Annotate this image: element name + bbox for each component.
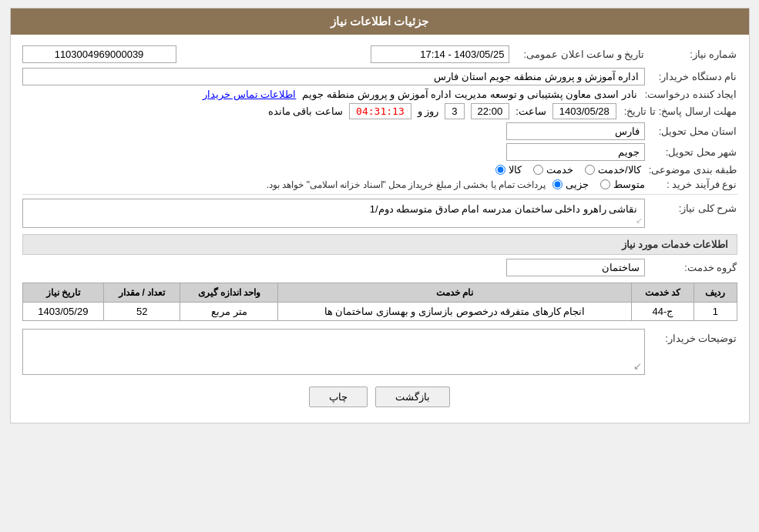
col-row-num: ردیف [694,283,737,303]
city-content: جویم [22,143,645,161]
type-khadamat-label: خدمت [546,164,573,176]
comment-resize-icon: ↙ [633,360,642,372]
remaining-time: 04:31:13 [349,103,411,119]
content-area: شماره نیاز: تاریخ و ساعت اعلان عمومی: 14… [11,35,749,423]
creator-link[interactable]: اطلاعات تماس خریدار [203,89,296,100]
services-table-header-row: ردیف کد خدمت نام خدمت واحد اندازه گیری ت… [22,283,737,303]
purchase-mottavaset-radio[interactable] [600,179,610,189]
col-service-name: نام خدمت [278,283,631,303]
services-table-head: ردیف کد خدمت نام خدمت واحد اندازه گیری ت… [22,283,737,303]
row-creator: ایجاد کننده درخواست: نادر اسدی معاون پشت… [22,89,737,100]
row-deadline: مهلت ارسال پاسخ: تا تاریخ: 1403/05/28 سا… [22,103,737,119]
row-service-group: گروه خدمت: ساختمان [22,259,737,276]
cell-unit: متر مربع [180,303,278,321]
page-title: جزئیات اطلاعات نیاز [331,15,428,28]
print-button[interactable]: چاپ [309,386,368,407]
cell-code: ج-44 [631,303,694,321]
purchase-jezyi-radio[interactable] [552,179,563,189]
type-kala-label: کالا [509,164,522,176]
deadline-days-label: روز و [418,105,439,117]
description-content: نقاشی راهرو داخلی ساختمان مدرسه امام صاد… [22,199,645,228]
cell-row-num: 1 [694,303,737,321]
services-section-header: اطلاعات خدمات مورد نیاز [22,234,737,255]
purchase-jezyi-label: جزیی [566,179,589,190]
col-date: تاریخ نیاز [22,283,104,303]
row-need-number: شماره نیاز: تاریخ و ساعت اعلان عمومی: 14… [22,45,737,63]
description-value: نقاشی راهرو داخلی ساختمان مدرسه امام صاد… [370,203,638,215]
buyer-comments-content: ↙ [22,329,645,375]
need-number-label: شماره نیاز: [645,49,737,60]
type-khadamat-item: خدمت [533,164,573,176]
need-number-content: تاریخ و ساعت اعلان عمومی: 1403/05/25 - 1… [22,45,645,63]
buyer-comments-label: توضیحات خریدار: [645,333,737,344]
divider-1 [22,194,737,195]
city-value: جویم [506,143,645,161]
table-row: 1 ج-44 انجام کارهای متفرقه درخصوص بازساز… [22,303,737,321]
service-group-label: گروه خدمت: [645,262,737,273]
row-province: استان محل تحویل: فارس [22,122,737,140]
cell-quantity: 52 [104,303,180,321]
deadline-date: 1403/05/28 [552,103,616,119]
row-buyer-org: نام دستگاه خریدار: اداره آموزش و پرورش م… [22,68,737,85]
page-header: جزئیات اطلاعات نیاز [11,8,749,35]
remaining-label: ساعت باقی مانده [268,105,343,117]
purchase-type-content: متوسط جزیی پرداخت تمام یا بخشی از مبلغ خ… [22,179,645,190]
type-kala-item: کالا [495,164,522,176]
row-purchase-type: نوع فرآیند خرید : متوسط جزیی پرداخت تمام… [22,179,737,190]
description-label: شرح کلی نیاز: [645,202,737,214]
province-label: استان محل تحویل: [645,125,737,137]
description-resize-icon: ↙ [636,216,643,226]
purchase-type-label: نوع فرآیند خرید : [645,179,737,190]
deadline-time-label: ساعت: [516,105,546,117]
row-classification: طبقه بندی موضوعی: کالا/خدمت خدمت کالا [22,164,737,176]
main-container: جزئیات اطلاعات نیاز شماره نیاز: تاریخ و … [10,8,750,423]
col-quantity: تعداد / مقدار [104,283,180,303]
type-khadamat-radio[interactable] [533,165,543,175]
type-radio-group: کالا/خدمت خدمت کالا [495,164,641,176]
buttons-row: بازگشت چاپ [22,386,737,407]
purchase-jezyi-item: جزیی [552,179,589,190]
col-unit: واحد اندازه گیری [180,283,278,303]
services-table: ردیف کد خدمت نام خدمت واحد اندازه گیری ت… [22,283,737,321]
row-buyer-comments: توضیحات خریدار: ↙ [22,329,737,375]
buyer-org-label: نام دستگاه خریدار: [645,71,737,82]
services-section-label: اطلاعات خدمات مورد نیاز [622,239,729,250]
creator-value: نادر اسدی معاون پشتیبانی و توسعه مدیریت … [302,89,636,100]
service-group-content: ساختمان [22,259,645,276]
province-content: فارس [22,122,645,140]
type-label: طبقه بندی موضوعی: [641,164,737,176]
buyer-org-content: اداره آموزش و پرورش منطقه جویم استان فار… [22,68,645,85]
row-description: شرح کلی نیاز: نقاشی راهرو داخلی ساختمان … [22,199,737,228]
cell-service-name: انجام کارهای متفرقه درخصوص بازسازی و بهس… [278,303,631,321]
need-number-value: 1103004969000039 [22,45,176,63]
purchase-type-note: پرداخت تمام یا بخشی از مبلغ خریداز محل "… [267,179,546,190]
purchase-mottavaset-label: متوسط [613,179,645,190]
announcement-value: 1403/05/25 - 17:14 [371,45,509,63]
province-value: فارس [506,122,645,140]
type-kala-khadamat-radio[interactable] [585,165,595,175]
row-city: شهر محل تحویل: جویم [22,143,737,161]
announcement-label: تاریخ و ساعت اعلان عمومی: [516,49,644,60]
purchase-type-radio-group: متوسط جزیی [552,179,645,190]
type-kala-khadamat-item: کالا/خدمت [585,164,641,176]
service-group-value: ساختمان [506,259,645,276]
deadline-time: 22:00 [471,103,510,119]
col-service-code: کد خدمت [631,283,694,303]
type-kala-khadamat-label: کالا/خدمت [598,164,641,176]
creator-content: نادر اسدی معاون پشتیبانی و توسعه مدیریت … [22,89,637,100]
deadline-label: مهلت ارسال پاسخ: تا تاریخ: [616,105,737,117]
cell-date: 1403/05/29 [22,303,104,321]
deadline-content: 1403/05/28 ساعت: 22:00 3 روز و 04:31:13 … [22,103,616,119]
buyer-comments-box: ↙ [22,329,645,375]
purchase-mottavaset-item: متوسط [600,179,645,190]
type-content: کالا/خدمت خدمت کالا [22,164,641,176]
type-kala-radio[interactable] [495,165,505,175]
deadline-days: 3 [445,103,464,119]
buyer-org-value: اداره آموزش و پرورش منطقه جویم استان فار… [22,68,645,85]
back-button[interactable]: بازگشت [375,386,450,407]
services-table-body: 1 ج-44 انجام کارهای متفرقه درخصوص بازساز… [22,303,737,321]
creator-label: ایجاد کننده درخواست: [637,89,737,100]
city-label: شهر محل تحویل: [645,146,737,158]
